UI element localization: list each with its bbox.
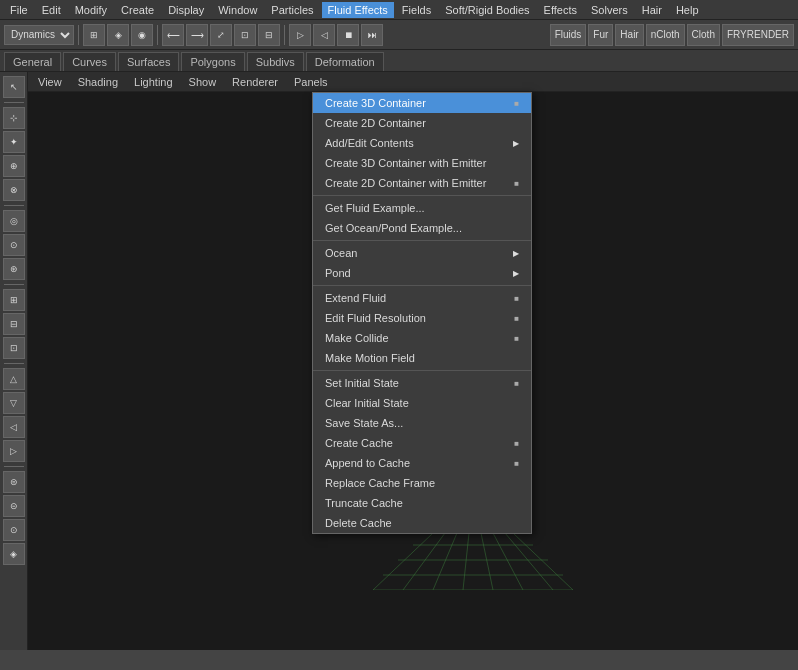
menu-create-2d-with-emitter[interactable]: Create 2D Container with Emitter ■ <box>313 173 531 193</box>
menu-create-3d-container[interactable]: Create 3D Container ■ <box>313 93 531 113</box>
sidebar-btn-7[interactable]: ⊛ <box>3 258 25 280</box>
menu-fields[interactable]: Fields <box>396 2 437 18</box>
sidebar-sep1 <box>4 102 24 103</box>
tab-surfaces[interactable]: Surfaces <box>118 52 179 71</box>
tab-deformation[interactable]: Deformation <box>306 52 384 71</box>
toolbar-btn-1[interactable]: ⊞ <box>83 24 105 46</box>
menu-solvers[interactable]: Solvers <box>585 2 634 18</box>
sidebar-btn-11[interactable]: △ <box>3 368 25 390</box>
toolbar-btn-2[interactable]: ◈ <box>107 24 129 46</box>
tab-curves[interactable]: Curves <box>63 52 116 71</box>
menu-save-state-as[interactable]: Save State As... <box>313 413 531 433</box>
menu-delete-cache[interactable]: Delete Cache <box>313 513 531 533</box>
sep3 <box>313 285 531 286</box>
menu-create-2d-container[interactable]: Create 2D Container <box>313 113 531 133</box>
tab-subdivs[interactable]: Subdivs <box>247 52 304 71</box>
menu-append-to-cache[interactable]: Append to Cache ■ <box>313 453 531 473</box>
menu-make-collide[interactable]: Make Collide ■ <box>313 328 531 348</box>
toolbar-btn-8[interactable]: ⊟ <box>258 24 280 46</box>
menu-pond[interactable]: Pond <box>313 263 531 283</box>
menu-soft-rigid[interactable]: Soft/Rigid Bodies <box>439 2 535 18</box>
toolbar-btn-10[interactable]: ◁ <box>313 24 335 46</box>
toolbar-btn-9[interactable]: ▷ <box>289 24 311 46</box>
tab-shading[interactable]: Shading <box>72 74 124 90</box>
sidebar-btn-2[interactable]: ✦ <box>3 131 25 153</box>
sep4 <box>313 370 531 371</box>
menu-create-3d-with-emitter[interactable]: Create 3D Container with Emitter <box>313 153 531 173</box>
toolbar-btn-5[interactable]: ⟶ <box>186 24 208 46</box>
tab-renderer[interactable]: Renderer <box>226 74 284 90</box>
menu-file[interactable]: File <box>4 2 34 18</box>
sidebar-btn-15[interactable]: ⊜ <box>3 471 25 493</box>
sep2 <box>313 240 531 241</box>
main-area: ↖ ⊹ ✦ ⊕ ⊗ ◎ ⊙ ⊛ ⊞ ⊟ ⊡ △ ▽ ◁ ▷ ⊜ ⊝ ⊙ ◈ Vi… <box>0 72 798 650</box>
tab-view[interactable]: View <box>32 74 68 90</box>
menu-ocean[interactable]: Ocean <box>313 243 531 263</box>
menu-get-ocean-pond[interactable]: Get Ocean/Pond Example... <box>313 218 531 238</box>
toolbar-btn-4[interactable]: ⟵ <box>162 24 184 46</box>
sidebar-sep5 <box>4 466 24 467</box>
toolbar-btn-hair[interactable]: Hair <box>615 24 643 46</box>
option-icon2: ■ <box>514 179 519 188</box>
menu-replace-cache-frame[interactable]: Replace Cache Frame <box>313 473 531 493</box>
toolbar-btn-3[interactable]: ◉ <box>131 24 153 46</box>
toolbar-btn-fluids[interactable]: Fluids <box>550 24 587 46</box>
menu-window[interactable]: Window <box>212 2 263 18</box>
separator1 <box>78 25 79 45</box>
menu-edit[interactable]: Edit <box>36 2 67 18</box>
option-icon7: ■ <box>514 439 519 448</box>
menu-effects[interactable]: Effects <box>538 2 583 18</box>
sidebar-btn-4[interactable]: ⊗ <box>3 179 25 201</box>
sidebar-select-tool[interactable]: ↖ <box>3 76 25 98</box>
sidebar-btn-16[interactable]: ⊝ <box>3 495 25 517</box>
tab-lighting[interactable]: Lighting <box>128 74 179 90</box>
sep1 <box>313 195 531 196</box>
sidebar-btn-5[interactable]: ◎ <box>3 210 25 232</box>
sidebar-btn-13[interactable]: ◁ <box>3 416 25 438</box>
menu-particles[interactable]: Particles <box>265 2 319 18</box>
separator2 <box>157 25 158 45</box>
toolbar-btn-cloth[interactable]: Cloth <box>687 24 720 46</box>
menu-modify[interactable]: Modify <box>69 2 113 18</box>
tab-polygons[interactable]: Polygons <box>181 52 244 71</box>
menu-fluid-effects[interactable]: Fluid Effects <box>322 2 394 18</box>
separator3 <box>284 25 285 45</box>
3d-viewport[interactable]: View Shading Lighting Show Renderer Pane… <box>28 72 798 650</box>
toolbar-btn-6[interactable]: ⤢ <box>210 24 232 46</box>
menubar: File Edit Modify Create Display Window P… <box>0 0 798 20</box>
tab-panels[interactable]: Panels <box>288 74 334 90</box>
toolbar-btn-fryrender[interactable]: FRYRENDER <box>722 24 794 46</box>
tab-show[interactable]: Show <box>183 74 223 90</box>
menu-create-cache[interactable]: Create Cache ■ <box>313 433 531 453</box>
menu-hair[interactable]: Hair <box>636 2 668 18</box>
left-sidebar: ↖ ⊹ ✦ ⊕ ⊗ ◎ ⊙ ⊛ ⊞ ⊟ ⊡ △ ▽ ◁ ▷ ⊜ ⊝ ⊙ ◈ <box>0 72 28 650</box>
sidebar-btn-14[interactable]: ▷ <box>3 440 25 462</box>
tab-general[interactable]: General <box>4 52 61 71</box>
menu-add-edit-contents[interactable]: Add/Edit Contents <box>313 133 531 153</box>
toolbar-btn-12[interactable]: ⏭ <box>361 24 383 46</box>
toolbar-btn-fur[interactable]: Fur <box>588 24 613 46</box>
toolbar-btn-ncloth[interactable]: nCloth <box>646 24 685 46</box>
toolbar-btn-7[interactable]: ⊡ <box>234 24 256 46</box>
menu-help[interactable]: Help <box>670 2 705 18</box>
sidebar-btn-10[interactable]: ⊡ <box>3 337 25 359</box>
sidebar-btn-9[interactable]: ⊟ <box>3 313 25 335</box>
menu-truncate-cache[interactable]: Truncate Cache <box>313 493 531 513</box>
menu-make-motion-field[interactable]: Make Motion Field <box>313 348 531 368</box>
menu-set-initial-state[interactable]: Set Initial State ■ <box>313 373 531 393</box>
dynamics-select[interactable]: Dynamics <box>4 25 74 45</box>
menu-edit-fluid-resolution[interactable]: Edit Fluid Resolution ■ <box>313 308 531 328</box>
sidebar-btn-1[interactable]: ⊹ <box>3 107 25 129</box>
menu-display[interactable]: Display <box>162 2 210 18</box>
menu-clear-initial-state[interactable]: Clear Initial State <box>313 393 531 413</box>
sidebar-btn-18[interactable]: ◈ <box>3 543 25 565</box>
menu-create[interactable]: Create <box>115 2 160 18</box>
sidebar-btn-3[interactable]: ⊕ <box>3 155 25 177</box>
menu-extend-fluid[interactable]: Extend Fluid ■ <box>313 288 531 308</box>
menu-get-fluid-example[interactable]: Get Fluid Example... <box>313 198 531 218</box>
toolbar-btn-11[interactable]: ⏹ <box>337 24 359 46</box>
sidebar-btn-12[interactable]: ▽ <box>3 392 25 414</box>
sidebar-btn-6[interactable]: ⊙ <box>3 234 25 256</box>
sidebar-btn-8[interactable]: ⊞ <box>3 289 25 311</box>
sidebar-btn-17[interactable]: ⊙ <box>3 519 25 541</box>
